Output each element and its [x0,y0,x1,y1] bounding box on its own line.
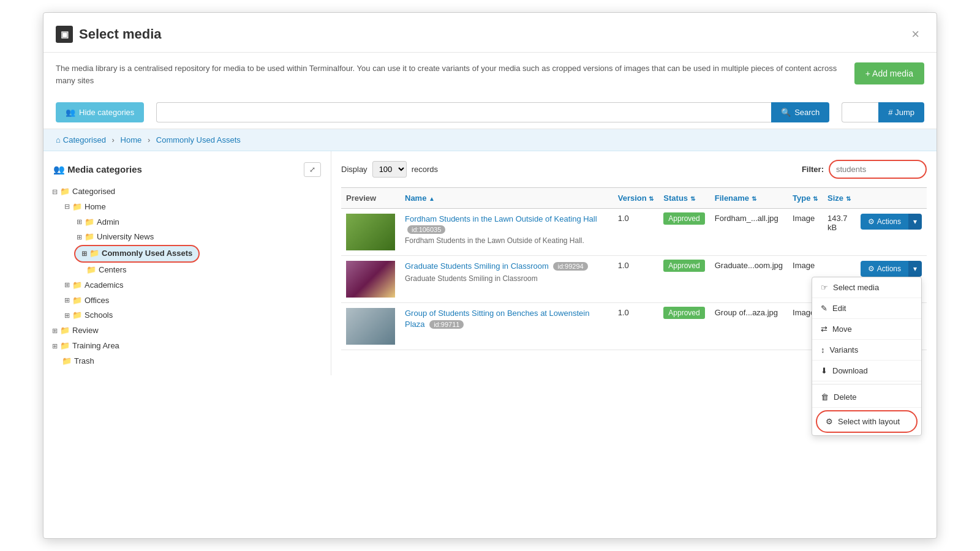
breadcrumb-home-link[interactable]: ⌂ Categorised [56,135,106,144]
cell-type-0: Image [788,209,823,256]
dropdown-item-edit[interactable]: ✎ Edit [812,298,921,319]
download-icon: ⬇ [821,366,827,375]
hide-categories-button[interactable]: 👥 Hide categories [56,102,144,122]
close-button[interactable]: × [907,24,924,45]
tree-item-home: ⊟ 📁 Home ⊞ 📁 Admin [62,200,331,278]
filter-input[interactable] [829,160,927,179]
tree-label-review[interactable]: ⊞ 📁 Review [50,323,101,339]
breadcrumb-item-2: Commonly Used Assets [156,135,241,144]
select-media-icon: ☞ [821,283,828,292]
dropdown-item-select-with-layout[interactable]: ⚙ Select with layout [816,410,918,433]
toggle-training: ⊞ [52,341,58,352]
modal-title: ▣ Select media [56,26,162,43]
folder-icon-university-news: 📁 [85,231,94,244]
tree-label-schools[interactable]: ⊞ 📁 Schools [62,308,115,323]
asset-desc-1: Graduate Students Smiling in Classroom [405,274,608,283]
tree-label-trash[interactable]: 📁 Trash [50,354,97,369]
cell-name-1: Graduate Students Smiling in Classroom i… [400,256,613,303]
dropdown-item-delete[interactable]: 🗑 Delete [812,387,921,408]
cell-status-1: Approved [658,256,709,303]
asset-name-link-1[interactable]: Graduate Students Smiling in Classroom [405,261,551,271]
toggle-university-news: ⊞ [77,232,82,243]
records-select[interactable]: 100 50 25 [372,161,407,178]
tree-label-admin[interactable]: ⊞ 📁 Admin [74,215,122,230]
breadcrumb-home-item[interactable]: Home [121,135,142,144]
toggle-commonly-used: ⊞ [81,249,87,260]
tree-label-training[interactable]: ⊞ 📁 Training Area [50,339,122,354]
sidebar-header: 👥 Media categories ⤢ [43,157,331,184]
tree-label-university-news[interactable]: ⊞ 📁 University News [74,230,156,245]
folder-icon-centers: 📁 [86,264,96,277]
search-label: Search [794,108,820,117]
search-icon: 🔍 [781,108,791,117]
toggle-academics: ⊞ [64,280,70,291]
categories-icon: 👥 [66,108,75,117]
dropdown-label-select-with-layout: Select with layout [838,417,900,426]
cell-filename-2: Group of...aza.jpg [710,303,788,350]
breadcrumb-item-0: Categorised [63,135,106,144]
asset-name-link-0[interactable]: Fordham Students in the Lawn Outside of … [405,214,597,223]
actions-button-1[interactable]: ⚙ Actions [861,261,908,277]
asset-id-2: id:99711 [429,320,464,329]
dropdown-item-download[interactable]: ⬇ Download [812,361,921,381]
actions-label-0: Actions [877,217,901,226]
dropdown-label-edit: Edit [832,304,846,313]
actions-dropdown-1: ☞ Select media ✎ Edit ⇄ [812,277,922,436]
search-button[interactable]: 🔍 Search [771,102,829,122]
dropdown-item-select-media[interactable]: ☞ Select media [812,277,921,298]
tree-label-academics[interactable]: ⊞ 📁 Academics [62,278,126,293]
actions-button-0[interactable]: ⚙ Actions [861,214,908,230]
tree-label-centers[interactable]: 📁 Centers [74,263,129,278]
tree-label-offices[interactable]: ⊞ 📁 Offices [62,293,111,309]
col-version[interactable]: Version ⇅ [613,188,659,209]
cell-name-2: Group of Students Sitting on Benches at … [400,303,613,350]
col-filename[interactable]: Filename ⇅ [710,188,788,209]
actions-wrapper-1: ⚙ Actions ▾ ☞ Select media [861,261,922,277]
edit-icon: ✎ [821,304,827,313]
tree-label-categorised[interactable]: ⊟ 📁 Categorised [50,184,118,200]
folder-icon-offices: 📁 [72,294,82,307]
display-left: Display 100 50 25 records [341,161,438,178]
tree-item-centers: 📁 Centers [74,263,331,278]
add-media-button[interactable]: + Add media [854,62,924,84]
folder-icon-commonly-used: 📁 [89,247,99,260]
tree-text-commonly-used: Commonly Used Assets [102,247,192,260]
actions-caret-1[interactable]: ▾ [908,261,922,277]
actions-label-1: Actions [877,264,901,273]
cell-version-1: 1.0 [613,256,659,303]
toggle-offices: ⊞ [64,295,70,306]
sidebar: 👥 Media categories ⤢ ⊟ 📁 Categorised [43,151,331,375]
sort-arrow-status: ⇅ [690,195,695,202]
tree-text-schools: Schools [85,309,113,322]
breadcrumb-current[interactable]: Commonly Used Assets [156,135,241,144]
actions-caret-0[interactable]: ▾ [908,214,922,230]
dropdown-item-variants[interactable]: ↕ Variants [812,340,921,361]
jump-button[interactable]: # Jump [878,102,924,122]
col-size[interactable]: Size ⇅ [823,188,856,209]
expand-button[interactable]: ⤢ [304,162,321,177]
table-row: Fordham Students in the Lawn Outside of … [341,209,927,256]
cell-version-0: 1.0 [613,209,659,256]
dropdown-item-move[interactable]: ⇄ Move [812,319,921,340]
jump-area: # Jump [842,102,924,122]
tree-label-commonly-used[interactable]: ⊞ 📁 Commonly Used Assets [74,245,200,263]
tree-item-review: ⊞ 📁 Review [50,323,331,339]
search-input[interactable] [156,102,771,122]
folder-icon-categorised: 📁 [60,186,70,198]
tree-text-trash: Trash [74,355,94,368]
modal-header: ▣ Select media × [43,13,937,53]
dropdown-label-move: Move [832,324,852,334]
col-type[interactable]: Type ⇅ [788,188,823,209]
tree-label-home[interactable]: ⊟ 📁 Home [62,200,108,215]
media-icon: ▣ [56,26,73,43]
select-layout-icon: ⚙ [826,417,833,426]
dropdown-label-delete: Delete [834,392,857,402]
tree-children-categorised: ⊟ 📁 Home ⊞ 📁 Admin [50,200,331,323]
sidebar-title: 👥 Media categories [53,164,142,175]
toggle-home: ⊟ [64,201,70,212]
jump-input[interactable] [842,102,878,122]
status-badge-2: Approved [663,307,704,319]
cell-actions-0: ⚙ Actions ▾ [856,209,927,256]
col-name[interactable]: Name ▲ [400,188,613,209]
col-status[interactable]: Status ⇅ [658,188,709,209]
